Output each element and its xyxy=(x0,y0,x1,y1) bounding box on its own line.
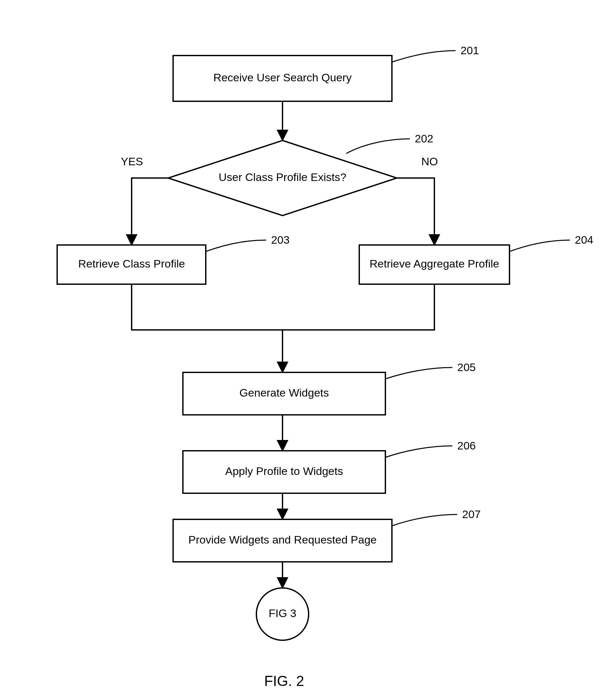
decision-label: User Class Profile Exists? xyxy=(218,171,346,183)
connector-no xyxy=(397,178,434,245)
ref-number: 202 xyxy=(415,132,434,145)
ref-number: 207 xyxy=(462,508,481,520)
process-label: Retrieve Aggregate Profile xyxy=(370,258,499,270)
process-label: Retrieve Class Profile xyxy=(78,258,185,270)
ref-number: 206 xyxy=(457,439,476,452)
branch-no-label: NO xyxy=(421,155,438,167)
process-label: Generate Widgets xyxy=(239,386,329,399)
process-label: Receive User Search Query xyxy=(213,71,351,84)
merge-connector xyxy=(131,284,434,330)
leader-line xyxy=(385,446,452,457)
figure-caption: FIG. 2 xyxy=(264,673,304,689)
leader-line xyxy=(206,240,266,251)
process-label: Provide Widgets and Requested Page xyxy=(188,534,377,546)
connector-yes xyxy=(131,178,168,245)
leader-line xyxy=(510,240,570,251)
process-label: Apply Profile to Widgets xyxy=(225,465,343,477)
ref-number: 201 xyxy=(461,44,479,57)
leader-line xyxy=(385,367,452,379)
leader-line xyxy=(392,514,457,526)
branch-yes-label: YES xyxy=(121,155,143,167)
leader-line xyxy=(392,51,455,62)
leader-line xyxy=(346,139,410,153)
ref-number: 205 xyxy=(457,361,476,373)
offpage-label: FIG 3 xyxy=(268,607,296,619)
ref-number: 203 xyxy=(271,234,290,246)
ref-number: 204 xyxy=(575,234,593,246)
